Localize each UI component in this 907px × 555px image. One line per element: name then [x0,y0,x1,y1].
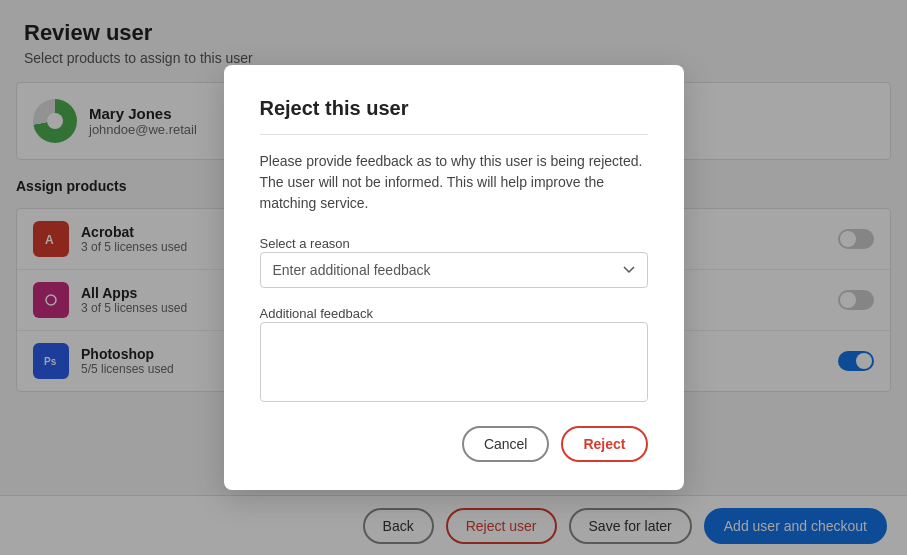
modal-divider [260,134,648,135]
reject-button[interactable]: Reject [561,426,647,462]
cancel-button[interactable]: Cancel [462,426,550,462]
modal-overlay: Reject this user Please provide feedback… [0,0,907,555]
feedback-label: Additional feedback [260,306,373,321]
modal-footer: Cancel Reject [260,426,648,462]
feedback-textarea[interactable] [260,322,648,402]
reject-modal: Reject this user Please provide feedback… [224,65,684,490]
page-background: Review user Select products to assign to… [0,0,907,555]
modal-title: Reject this user [260,97,648,120]
modal-body-text: Please provide feedback as to why this u… [260,151,648,214]
reason-select[interactable]: Enter additional feedback [260,252,648,288]
select-reason-label: Select a reason [260,236,350,251]
